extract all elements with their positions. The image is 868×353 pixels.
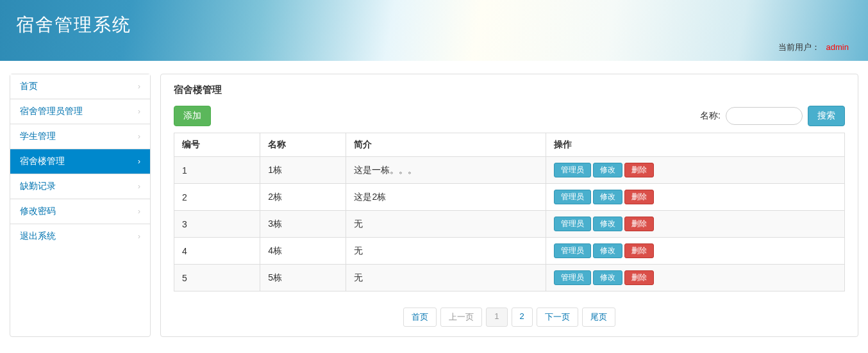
- edit-button[interactable]: 修改: [593, 270, 622, 285]
- page-1: 1: [486, 308, 507, 327]
- sidebar-item-label: 缺勤记录: [20, 181, 56, 192]
- chevron-right-icon: ›: [138, 182, 140, 191]
- table-row: 22栋这是2栋管理员修改删除: [174, 184, 845, 211]
- toolbar: 添加 名称: 搜索: [174, 106, 845, 126]
- sidebar-item-label: 退出系统: [20, 231, 56, 242]
- sidebar-item-label: 学生管理: [20, 131, 56, 142]
- search-group: 名称: 搜索: [700, 106, 845, 126]
- page-prev: 上一页: [440, 308, 482, 327]
- table-row: 33栋无管理员修改删除: [174, 211, 845, 238]
- cell-name: 3栋: [260, 211, 346, 238]
- page-next[interactable]: 下一页: [537, 308, 578, 327]
- cell-name: 4栋: [260, 238, 346, 265]
- delete-button[interactable]: 删除: [624, 243, 654, 258]
- sidebar-item-3[interactable]: 宿舍楼管理›: [10, 149, 150, 174]
- edit-button[interactable]: 修改: [593, 163, 622, 177]
- pagination: 首页上一页12下一页尾页: [174, 308, 845, 327]
- sidebar: 首页›宿舍管理员管理›学生管理›宿舍楼管理›缺勤记录›修改密码›退出系统›: [10, 74, 151, 337]
- col-header-0: 编号: [174, 133, 260, 157]
- delete-button[interactable]: 删除: [624, 190, 654, 204]
- cell-id: 5: [174, 265, 260, 291]
- table-row: 44栋无管理员修改删除: [174, 238, 845, 265]
- manager-button[interactable]: 管理员: [554, 243, 591, 258]
- user-label: 当前用户：: [778, 42, 820, 52]
- chevron-right-icon: ›: [138, 132, 140, 141]
- search-input[interactable]: [726, 107, 803, 125]
- edit-button[interactable]: 修改: [593, 243, 622, 258]
- sidebar-item-label: 宿舍楼管理: [20, 156, 65, 167]
- cell-desc: 这是2栋: [346, 184, 546, 211]
- page-first[interactable]: 首页: [403, 308, 437, 327]
- username: admin: [826, 42, 849, 52]
- table-row: 55栋无管理员修改删除: [174, 265, 845, 291]
- delete-button[interactable]: 删除: [624, 270, 654, 285]
- sidebar-item-0[interactable]: 首页›: [10, 74, 150, 99]
- cell-name: 1栋: [260, 157, 346, 184]
- delete-button[interactable]: 删除: [624, 217, 654, 231]
- edit-button[interactable]: 修改: [593, 190, 622, 204]
- main-panel: 宿舍楼管理 添加 名称: 搜索 编号名称简介操作 11栋这是一栋。。。管理员修改…: [160, 74, 858, 337]
- col-header-2: 简介: [346, 133, 546, 157]
- cell-id: 1: [174, 157, 260, 184]
- current-user-display: 当前用户： admin: [778, 42, 849, 53]
- sidebar-item-label: 修改密码: [20, 206, 56, 217]
- sidebar-item-2[interactable]: 学生管理›: [10, 124, 150, 149]
- manager-button[interactable]: 管理员: [554, 163, 591, 177]
- cell-desc: 无: [346, 211, 546, 238]
- add-button[interactable]: 添加: [174, 106, 211, 126]
- sidebar-item-4[interactable]: 缺勤记录›: [10, 174, 150, 199]
- sidebar-item-6[interactable]: 退出系统›: [10, 224, 150, 249]
- delete-button[interactable]: 删除: [624, 163, 654, 177]
- cell-actions: 管理员修改删除: [546, 184, 844, 211]
- page-title: 宿舍楼管理: [174, 84, 845, 96]
- cell-name: 2栋: [260, 184, 346, 211]
- chevron-right-icon: ›: [138, 82, 140, 91]
- cell-actions: 管理员修改删除: [546, 211, 844, 238]
- sidebar-item-5[interactable]: 修改密码›: [10, 199, 150, 224]
- sidebar-item-1[interactable]: 宿舍管理员管理›: [10, 99, 150, 124]
- sidebar-item-label: 宿舍管理员管理: [20, 106, 83, 117]
- table-row: 11栋这是一栋。。。管理员修改删除: [174, 157, 845, 184]
- chevron-right-icon: ›: [138, 232, 140, 241]
- chevron-right-icon: ›: [138, 157, 140, 166]
- search-label: 名称:: [700, 110, 721, 122]
- manager-button[interactable]: 管理员: [554, 190, 591, 204]
- col-header-3: 操作: [546, 133, 844, 157]
- col-header-1: 名称: [260, 133, 346, 157]
- page-last[interactable]: 尾页: [582, 308, 615, 327]
- app-title: 宿舍管理系统: [16, 13, 852, 37]
- cell-actions: 管理员修改删除: [546, 157, 844, 184]
- data-table: 编号名称简介操作 11栋这是一栋。。。管理员修改删除22栋这是2栋管理员修改删除…: [174, 133, 845, 291]
- chevron-right-icon: ›: [138, 107, 140, 116]
- edit-button[interactable]: 修改: [593, 217, 622, 231]
- cell-desc: 这是一栋。。。: [346, 157, 546, 184]
- cell-actions: 管理员修改删除: [546, 265, 844, 291]
- cell-id: 2: [174, 184, 260, 211]
- cell-name: 5栋: [260, 265, 346, 291]
- cell-actions: 管理员修改删除: [546, 238, 844, 265]
- cell-id: 3: [174, 211, 260, 238]
- manager-button[interactable]: 管理员: [554, 217, 591, 231]
- search-button[interactable]: 搜索: [808, 106, 845, 126]
- chevron-right-icon: ›: [138, 207, 140, 216]
- sidebar-item-label: 首页: [20, 81, 38, 92]
- cell-desc: 无: [346, 238, 546, 265]
- manager-button[interactable]: 管理员: [554, 270, 591, 285]
- cell-desc: 无: [346, 265, 546, 291]
- header: 宿舍管理系统 当前用户： admin: [0, 0, 868, 61]
- cell-id: 4: [174, 238, 260, 265]
- page-2[interactable]: 2: [512, 308, 533, 327]
